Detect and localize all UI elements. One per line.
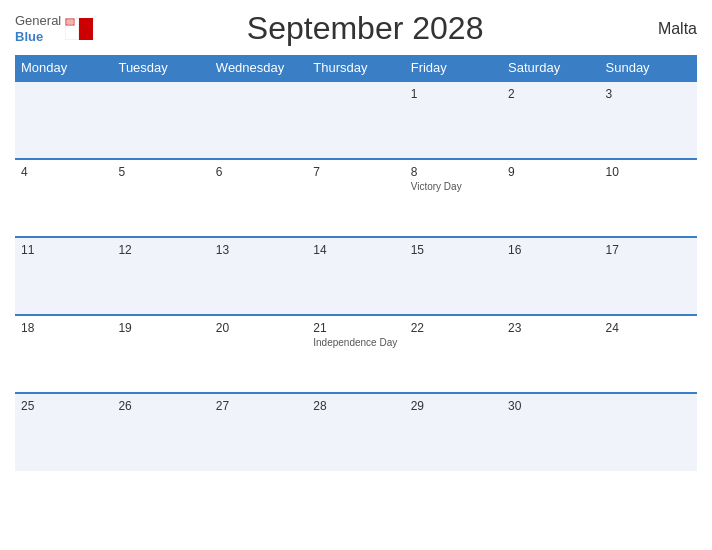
- calendar-title: September 2028: [93, 10, 637, 47]
- day-number: 17: [606, 243, 691, 257]
- calendar-country: Malta: [637, 20, 697, 38]
- week-row-5: 252627282930: [15, 393, 697, 471]
- day-number: 20: [216, 321, 301, 335]
- day-cell: 10: [600, 159, 697, 237]
- day-cell: 13: [210, 237, 307, 315]
- week-row-1: 123: [15, 81, 697, 159]
- day-cell: 16: [502, 237, 599, 315]
- day-number: 2: [508, 87, 593, 101]
- day-cell: 7: [307, 159, 404, 237]
- header-monday: Monday: [15, 55, 112, 81]
- holiday-name: Victory Day: [411, 181, 496, 192]
- day-number: 11: [21, 243, 106, 257]
- day-number: 26: [118, 399, 203, 413]
- header-wednesday: Wednesday: [210, 55, 307, 81]
- day-cell: 21Independence Day: [307, 315, 404, 393]
- day-cell: 18: [15, 315, 112, 393]
- day-number: 18: [21, 321, 106, 335]
- header-friday: Friday: [405, 55, 502, 81]
- week-row-3: 11121314151617: [15, 237, 697, 315]
- day-number: 8: [411, 165, 496, 179]
- day-number: 25: [21, 399, 106, 413]
- logo-blue: Blue: [15, 29, 61, 45]
- day-cell: 6: [210, 159, 307, 237]
- header-thursday: Thursday: [307, 55, 404, 81]
- day-number: 22: [411, 321, 496, 335]
- day-cell: [600, 393, 697, 471]
- day-number: 4: [21, 165, 106, 179]
- header-saturday: Saturday: [502, 55, 599, 81]
- day-number: 1: [411, 87, 496, 101]
- svg-rect-3: [67, 20, 73, 24]
- day-number: 6: [216, 165, 301, 179]
- day-cell: 26: [112, 393, 209, 471]
- day-number: 16: [508, 243, 593, 257]
- day-cell: 9: [502, 159, 599, 237]
- day-cell: [15, 81, 112, 159]
- day-cell: 17: [600, 237, 697, 315]
- day-number: 9: [508, 165, 593, 179]
- day-number: 5: [118, 165, 203, 179]
- week-row-4: 18192021Independence Day222324: [15, 315, 697, 393]
- day-number: 30: [508, 399, 593, 413]
- logo-flag-icon: [65, 18, 93, 40]
- week-row-2: 45678Victory Day910: [15, 159, 697, 237]
- day-cell: 20: [210, 315, 307, 393]
- day-cell: 27: [210, 393, 307, 471]
- svg-rect-1: [79, 18, 93, 40]
- day-number: 13: [216, 243, 301, 257]
- day-cell: 30: [502, 393, 599, 471]
- day-number: 12: [118, 243, 203, 257]
- day-cell: 23: [502, 315, 599, 393]
- day-cell: 4: [15, 159, 112, 237]
- day-cell: 29: [405, 393, 502, 471]
- day-number: 14: [313, 243, 398, 257]
- logo: General Blue: [15, 13, 93, 44]
- calendar-header: General Blue September 2028 Malta: [15, 10, 697, 47]
- day-cell: 12: [112, 237, 209, 315]
- day-number: 28: [313, 399, 398, 413]
- day-cell: 14: [307, 237, 404, 315]
- day-number: 21: [313, 321, 398, 335]
- weekday-header-row: Monday Tuesday Wednesday Thursday Friday…: [15, 55, 697, 81]
- header-tuesday: Tuesday: [112, 55, 209, 81]
- day-cell: 25: [15, 393, 112, 471]
- day-cell: [210, 81, 307, 159]
- day-cell: 5: [112, 159, 209, 237]
- day-cell: 28: [307, 393, 404, 471]
- day-cell: 22: [405, 315, 502, 393]
- day-cell: 15: [405, 237, 502, 315]
- day-number: 15: [411, 243, 496, 257]
- holiday-name: Independence Day: [313, 337, 398, 348]
- day-number: 10: [606, 165, 691, 179]
- day-number: 19: [118, 321, 203, 335]
- day-cell: [307, 81, 404, 159]
- day-cell: 11: [15, 237, 112, 315]
- calendar-table: Monday Tuesday Wednesday Thursday Friday…: [15, 55, 697, 471]
- calendar-container: General Blue September 2028 Malta Monday…: [0, 0, 712, 550]
- day-number: 7: [313, 165, 398, 179]
- day-cell: 24: [600, 315, 697, 393]
- day-cell: 19: [112, 315, 209, 393]
- day-number: 29: [411, 399, 496, 413]
- logo-general: General: [15, 13, 61, 29]
- day-cell: [112, 81, 209, 159]
- day-number: 27: [216, 399, 301, 413]
- day-cell: 1: [405, 81, 502, 159]
- day-number: 23: [508, 321, 593, 335]
- day-number: 3: [606, 87, 691, 101]
- header-sunday: Sunday: [600, 55, 697, 81]
- day-number: 24: [606, 321, 691, 335]
- day-cell: 8Victory Day: [405, 159, 502, 237]
- day-cell: 2: [502, 81, 599, 159]
- day-cell: 3: [600, 81, 697, 159]
